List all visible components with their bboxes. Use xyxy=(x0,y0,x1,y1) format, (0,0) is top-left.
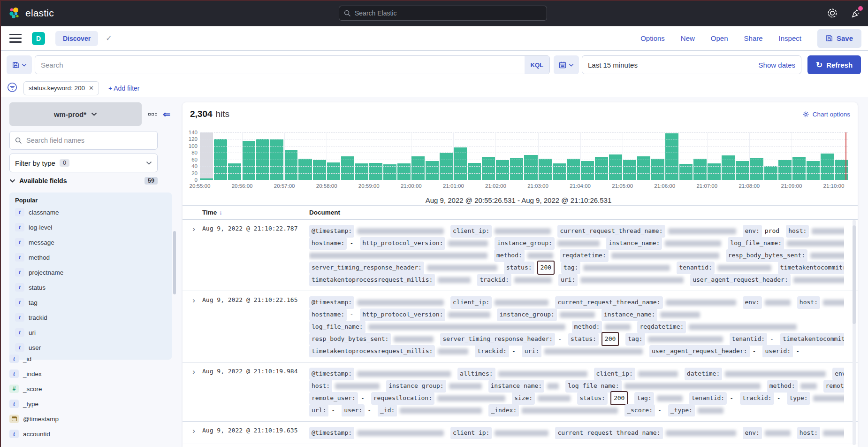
expand-row-icon[interactable]: › xyxy=(189,224,198,234)
kql-language-button[interactable]: KQL xyxy=(525,56,549,74)
field-item-classname[interactable]: tclassname xyxy=(15,205,166,220)
field-name: _score xyxy=(23,385,42,393)
histogram-bar[interactable] xyxy=(792,157,806,180)
filter-menu-icon[interactable] xyxy=(7,82,18,95)
field-item-tag[interactable]: ttag xyxy=(15,295,166,310)
menu-item-inspect[interactable]: Inspect xyxy=(779,34,801,42)
doc-field: log_file_name: xyxy=(309,321,565,333)
histogram-bar[interactable] xyxy=(807,161,820,180)
histogram-bar[interactable] xyxy=(369,163,382,180)
field-name-badge: @timestamp: xyxy=(309,427,354,439)
histogram-bar[interactable] xyxy=(750,158,763,180)
redacted-value xyxy=(522,408,618,414)
histogram-bar[interactable] xyxy=(242,141,255,180)
discover-app-badge[interactable]: D xyxy=(32,32,45,45)
help-icon[interactable] xyxy=(827,8,838,19)
histogram-bar[interactable] xyxy=(581,161,594,180)
redacted-value xyxy=(823,430,844,436)
field-item-trackid[interactable]: ttrackid xyxy=(15,310,166,325)
histogram-bar[interactable] xyxy=(778,160,792,180)
column-header-time[interactable]: Time ↓ xyxy=(202,209,309,216)
elastic-home-link[interactable]: elastic xyxy=(8,7,54,19)
histogram-bar[interactable] xyxy=(510,158,523,180)
remove-filter-icon[interactable]: ✕ xyxy=(89,85,94,92)
histogram-bar[interactable] xyxy=(623,160,636,180)
saved-query-menu-button[interactable] xyxy=(7,55,32,74)
doc-field: client_ip: xyxy=(450,225,551,238)
field-item-message[interactable]: tmessage xyxy=(15,235,166,250)
field-name-badge: current_request_thread_name: xyxy=(557,225,665,238)
field-item-method[interactable]: tmethod xyxy=(15,250,166,265)
field-item-_id[interactable]: t_id xyxy=(9,351,172,366)
field-name-badge: tenantid: xyxy=(677,262,714,274)
redacted-value xyxy=(538,395,571,401)
histogram-bar[interactable] xyxy=(496,160,509,180)
histogram-bar[interactable] xyxy=(736,161,749,180)
menu-item-new[interactable]: New xyxy=(681,34,695,42)
sidebar-scrollbar[interactable] xyxy=(173,231,176,294)
histogram-bar[interactable] xyxy=(539,159,552,180)
field-name-badge: tag: xyxy=(561,262,580,274)
doc-field: uri: xyxy=(522,345,643,358)
histogram-bar[interactable] xyxy=(609,154,622,180)
field-item-@timestamp[interactable]: @timestamp xyxy=(9,411,172,426)
field-item-projectname[interactable]: tprojectname xyxy=(15,265,166,280)
field-item-status[interactable]: tstatus xyxy=(15,280,166,295)
filter-bar: status.keyword: 200 ✕ + Add filter xyxy=(0,79,868,97)
field-item-_type[interactable]: t_type xyxy=(9,396,172,411)
menu-hamburger-icon[interactable] xyxy=(9,34,22,43)
show-dates-button[interactable]: Show dates xyxy=(759,61,795,69)
doc-field: client_ip: xyxy=(450,296,548,309)
histogram-bar[interactable] xyxy=(524,155,537,180)
menu-item-options[interactable]: Options xyxy=(640,34,665,42)
table-scrollbar[interactable] xyxy=(853,220,856,445)
filter-by-type-dropdown[interactable]: Filter by type 0 xyxy=(9,154,158,172)
doc-field: hostname:- xyxy=(309,237,353,250)
add-filter-button[interactable]: + Add filter xyxy=(108,85,140,92)
histogram-bar[interactable] xyxy=(651,159,664,180)
field-item-accountid[interactable]: taccountid xyxy=(9,426,172,441)
expand-row-icon[interactable]: › xyxy=(189,426,198,436)
histogram-bar[interactable] xyxy=(468,163,481,180)
histogram-bar[interactable] xyxy=(298,159,312,180)
kql-query-input[interactable]: Search KQL xyxy=(35,55,550,74)
hits-histogram[interactable]: 020406080100120140 20:55:0020:56:0020:57… xyxy=(185,131,852,209)
histogram-bar[interactable] xyxy=(595,157,608,180)
field-item-log-level[interactable]: tlog-level xyxy=(15,220,166,235)
field-item-_index[interactable]: t_index xyxy=(9,366,172,381)
news-announcements-icon[interactable] xyxy=(850,8,861,19)
filter-pill-status-200[interactable]: status.keyword: 200 ✕ xyxy=(23,81,99,95)
histogram-bar[interactable] xyxy=(482,157,495,180)
expand-row-icon[interactable]: › xyxy=(189,296,198,305)
field-item-uri[interactable]: turi xyxy=(15,325,166,340)
doc-field: user_agent_request_header:- xyxy=(649,345,756,358)
histogram-bar[interactable] xyxy=(313,160,326,180)
field-search-input[interactable]: Search field names xyxy=(9,131,158,150)
expand-row-icon[interactable]: › xyxy=(189,367,198,377)
global-search-input[interactable]: Search Elastic xyxy=(339,6,547,21)
chart-options-button[interactable]: Chart options xyxy=(802,111,850,118)
histogram-bar[interactable] xyxy=(567,159,580,180)
text-type-icon: t xyxy=(15,313,24,322)
calendar-icon xyxy=(559,61,566,69)
redacted-value xyxy=(638,371,678,377)
index-pattern-selector[interactable]: wm-prod* xyxy=(9,102,142,126)
field-name-badge: client_ip: xyxy=(450,296,492,309)
refresh-button[interactable]: ↻ Refresh xyxy=(807,55,861,74)
save-button[interactable]: Save xyxy=(817,29,861,48)
time-range-value[interactable]: Last 15 minutes xyxy=(588,61,759,69)
histogram-bar[interactable] xyxy=(693,159,707,180)
menu-item-open[interactable]: Open xyxy=(711,34,728,42)
date-quick-menu-button[interactable] xyxy=(554,55,579,74)
histogram-bar[interactable] xyxy=(426,161,439,180)
breadcrumb-discover[interactable]: Discover xyxy=(55,31,98,46)
collapse-sidebar-icon[interactable]: ⇐ xyxy=(163,109,170,120)
histogram-bar[interactable] xyxy=(284,150,297,180)
field-item-_score[interactable]: #_score xyxy=(9,381,172,396)
field-settings-icon[interactable] xyxy=(148,113,157,116)
menu-item-share[interactable]: Share xyxy=(744,34,763,42)
redacted-value xyxy=(448,312,490,318)
histogram-bar[interactable] xyxy=(327,162,340,180)
available-fields-header[interactable]: Available fields 59 xyxy=(9,177,158,185)
doc-field: status:200 xyxy=(504,261,555,275)
